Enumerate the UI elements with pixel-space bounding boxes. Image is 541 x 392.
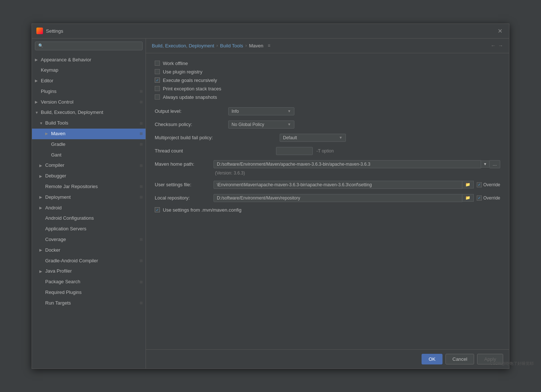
content-area: 🔍 ▶ Appearance & Behavior Keymap ▶ Edito… [32, 39, 509, 368]
always-update-snapshots-row: Always update snapshots [155, 94, 500, 100]
sidebar-item-version-control[interactable]: ▶ Version Control ⊞ [32, 97, 146, 108]
print-exception-checkbox[interactable] [155, 86, 160, 91]
multiproject-label: Multiproject build fail policy: [155, 135, 280, 140]
user-settings-override-wrap: Override [477, 182, 500, 187]
maven-home-browse-btn[interactable]: … [490, 160, 500, 168]
sidebar-item-required-plugins[interactable]: Required Plugins [32, 287, 146, 298]
local-repo-override-checkbox[interactable] [477, 195, 482, 201]
search-icon: 🔍 [38, 43, 43, 48]
user-settings-folder-btn[interactable]: 📁 [462, 181, 474, 188]
settings-window: Settings ✕ 🔍 ▶ Appearance & Behavior Key… [32, 24, 509, 369]
nav-forward-button[interactable]: → [498, 43, 503, 48]
sidebar-item-gant[interactable]: Gant [32, 150, 146, 161]
search-box[interactable]: 🔍 [35, 42, 143, 50]
local-repo-input[interactable] [214, 194, 462, 202]
settings-gear-icon: ⊞ [140, 141, 143, 147]
use-plugin-registry-checkbox[interactable] [155, 69, 160, 74]
checksum-policy-field: No Global Policy ▼ [228, 121, 294, 129]
use-plugin-registry-label: Use plugin registry [163, 69, 203, 75]
maven-home-input[interactable] [214, 160, 481, 168]
settings-gear-icon: ⊞ [140, 89, 143, 94]
settings-gear-icon: ⊞ [140, 184, 143, 190]
sidebar-item-remote-jar[interactable]: Remote Jar Repositories ⊞ [32, 181, 146, 192]
sidebar-item-java-profiler[interactable]: ▶ Java Profiler [32, 266, 146, 277]
sidebar-item-coverage[interactable]: Coverage ⊞ [32, 234, 146, 245]
dropdown-arrow-icon: ▼ [287, 109, 291, 113]
output-level-row: Output level: Info ▼ [155, 107, 500, 115]
expand-arrow: ▶ [39, 163, 44, 169]
settings-gear-icon: ⊞ [140, 194, 143, 200]
breadcrumb-menu-icon[interactable]: ≡ [268, 43, 270, 48]
search-input[interactable] [46, 43, 139, 48]
expand-arrow: ▶ [39, 269, 44, 274]
breadcrumb-sep2: › [245, 43, 247, 48]
local-repo-override-wrap: Override [477, 195, 500, 201]
sidebar-item-debugger[interactable]: ▶ Debugger [32, 171, 146, 181]
execute-goals-checkbox[interactable] [155, 78, 160, 83]
sidebar-item-application-servers[interactable]: Application Servers [32, 224, 146, 234]
maven-version-text: (Version: 3.6.3) [215, 170, 500, 176]
sidebar-item-gradle-android-compiler[interactable]: Gradle-Android Compiler ⊞ [32, 256, 146, 266]
sidebar-item-build-tools[interactable]: ▼ Build Tools ⊞ [32, 118, 146, 129]
expand-arrow: ▼ [39, 121, 44, 126]
mvn-config-wrap[interactable]: Use settings from .mvn/maven.config [155, 207, 241, 213]
local-repo-folder-btn[interactable]: 📁 [462, 194, 474, 202]
maven-home-dropdown-btn[interactable]: ▼ [481, 161, 490, 168]
mvn-config-checkbox[interactable] [155, 207, 160, 212]
sidebar-item-run-targets[interactable]: Run Targets ⊞ [32, 298, 146, 309]
ok-button[interactable]: OK [422, 354, 443, 364]
sidebar-item-appearance[interactable]: ▶ Appearance & Behavior [32, 55, 146, 65]
user-settings-override-checkbox[interactable] [477, 182, 482, 187]
print-exception-wrap[interactable]: Print exception stack traces [155, 86, 221, 91]
always-update-checkbox[interactable] [155, 94, 160, 100]
expand-arrow: ▶ [35, 78, 40, 84]
settings-gear-icon: ⊞ [140, 237, 143, 242]
breadcrumb-nav: ← → [491, 43, 503, 48]
checksum-policy-label: Checksum policy: [155, 122, 228, 127]
sidebar: 🔍 ▶ Appearance & Behavior Keymap ▶ Edito… [32, 39, 146, 368]
sidebar-item-docker[interactable]: ▶ Docker [32, 245, 146, 256]
maven-settings-content: Work offline Use plugin registry Execute… [146, 53, 509, 349]
sidebar-item-plugins[interactable]: Plugins ⊞ [32, 86, 146, 97]
output-level-dropdown[interactable]: Info ▼ [228, 107, 294, 115]
dropdown-arrow-icon: ▼ [287, 122, 291, 126]
expand-arrow: ▶ [39, 194, 44, 200]
settings-gear-icon: ⊞ [140, 131, 143, 137]
breadcrumb-part1[interactable]: Build, Execution, Deployment [152, 43, 214, 48]
checksum-policy-value: No Global Policy [232, 122, 264, 127]
watermark: CSDN@吃饱了好睡觉耶 [490, 361, 534, 366]
multiproject-build-fail-row: Multiproject build fail policy: Default … [155, 134, 500, 142]
output-level-value: Info [232, 109, 239, 114]
local-repo-label: Local repository: [155, 195, 214, 201]
execute-goals-wrap[interactable]: Execute goals recursively [155, 78, 217, 83]
thread-count-input[interactable] [276, 147, 313, 155]
sidebar-item-deployment[interactable]: ▶ Deployment ⊞ [32, 192, 146, 203]
work-offline-checkbox[interactable] [155, 61, 160, 66]
user-settings-row: User settings file: 📁 Override [155, 181, 500, 189]
execute-goals-label: Execute goals recursively [163, 78, 217, 83]
sidebar-item-build-exec-deploy[interactable]: ▼ Build, Execution, Deployment [32, 107, 146, 118]
always-update-wrap[interactable]: Always update snapshots [155, 94, 217, 100]
sidebar-item-package-search[interactable]: Package Search ⊞ [32, 277, 146, 287]
expand-arrow: ▼ [35, 110, 40, 116]
mvn-config-label: Use settings from .mvn/maven.config [163, 207, 241, 213]
breadcrumb-part2[interactable]: Build Tools [220, 43, 243, 48]
nav-back-button[interactable]: ← [491, 43, 496, 48]
sidebar-item-maven[interactable]: ▶ Maven ⊞ [32, 129, 146, 139]
sidebar-item-android[interactable]: ▶ Android [32, 203, 146, 213]
checksum-policy-dropdown[interactable]: No Global Policy ▼ [228, 121, 294, 129]
settings-gear-icon: ⊞ [140, 99, 143, 105]
sidebar-tree: ▶ Appearance & Behavior Keymap ▶ Editor … [32, 53, 146, 368]
sidebar-item-android-configurations[interactable]: Android Configurations [32, 213, 146, 224]
cancel-button[interactable]: Cancel [445, 354, 474, 364]
multiproject-dropdown[interactable]: Default ▼ [280, 134, 346, 142]
use-plugin-registry-wrap[interactable]: Use plugin registry [155, 69, 203, 75]
settings-gear-icon: ⊞ [140, 300, 143, 306]
work-offline-checkbox-wrap[interactable]: Work offline [155, 61, 188, 66]
sidebar-item-gradle[interactable]: Gradle ⊞ [32, 139, 146, 150]
sidebar-item-editor[interactable]: ▶ Editor [32, 76, 146, 86]
sidebar-item-keymap[interactable]: Keymap [32, 65, 146, 76]
close-button[interactable]: ✕ [495, 27, 505, 35]
sidebar-item-compiler[interactable]: ▶ Compiler ⊞ [32, 160, 146, 171]
user-settings-input[interactable] [214, 181, 462, 189]
